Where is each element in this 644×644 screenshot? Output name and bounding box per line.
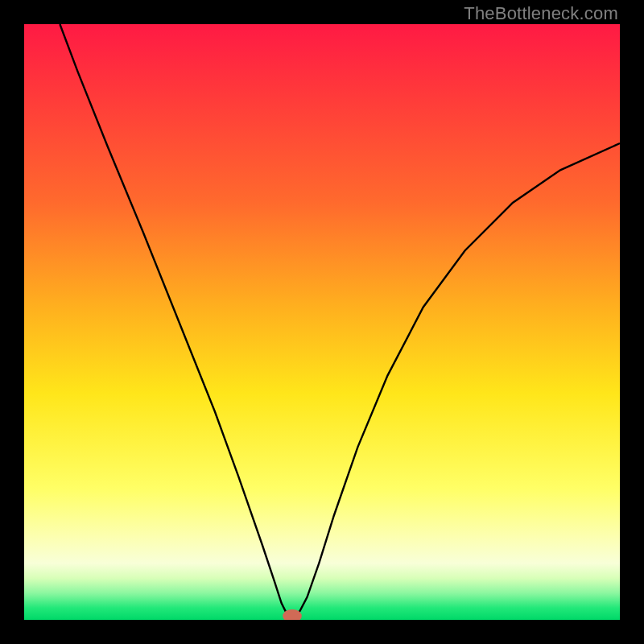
- chart-frame: [24, 24, 620, 620]
- watermark-text: TheBottleneck.com: [464, 3, 618, 24]
- chart-background: [24, 24, 620, 620]
- chart-svg: [24, 24, 620, 620]
